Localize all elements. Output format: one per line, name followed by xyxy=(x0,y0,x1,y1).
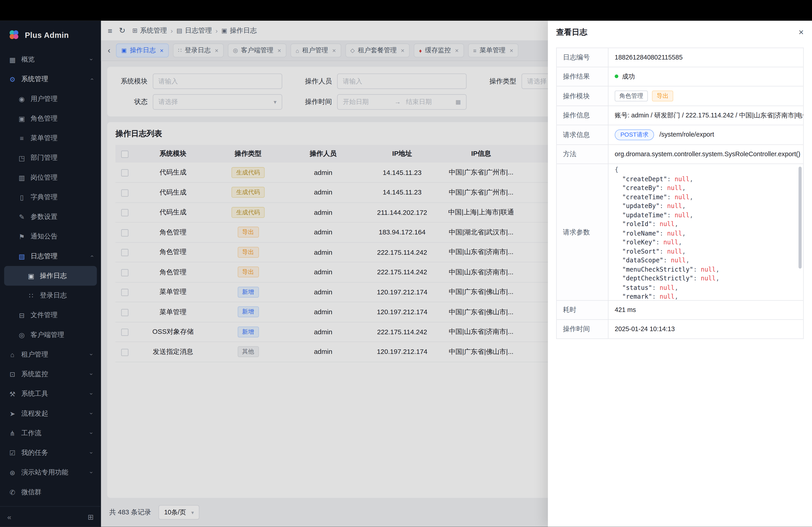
drawer-header: 查看日志 × xyxy=(548,21,812,44)
detail-label: 操作模块 xyxy=(556,86,608,106)
detail-row: 操作时间2025-01-24 10:14:13 xyxy=(556,320,803,339)
drawer-body: 日志编号1882612840802115585操作结果成功操作模块角色管理导出操… xyxy=(548,44,812,347)
drawer-title: 查看日志 xyxy=(556,27,588,37)
module-tag: 导出 xyxy=(652,91,673,102)
detail-row: 方法org.dromara.system.controller.system.S… xyxy=(556,145,803,164)
success-dot-icon xyxy=(615,74,618,78)
detail-value-cell: org.dromara.system.controller.system.Sys… xyxy=(608,145,804,164)
screen: Plus Admin ▦概览›⚙系统管理›◉用户管理▣角色管理≡菜单管理◳部门管… xyxy=(0,0,812,527)
detail-label: 日志编号 xyxy=(556,48,608,67)
log-detail-table: 日志编号1882612840802115585操作结果成功操作模块角色管理导出操… xyxy=(556,48,804,339)
detail-row: 操作模块角色管理导出 xyxy=(556,86,803,106)
detail-value-cell: 2025-01-24 10:14:13 xyxy=(608,320,804,339)
detail-label: 方法 xyxy=(556,145,608,164)
detail-value-cell: 成功 xyxy=(608,67,804,86)
detail-label: 操作结果 xyxy=(556,67,608,86)
request-params-code: { "createDept": null, "createBy": null, … xyxy=(609,164,803,300)
detail-value: 421 ms xyxy=(615,306,636,314)
detail-label: 操作信息 xyxy=(556,106,608,125)
detail-row: 操作结果成功 xyxy=(556,67,803,86)
detail-row: 操作信息账号: admin / 研发部门 / 222.175.114.242 /… xyxy=(556,106,803,125)
detail-value-cell: 421 ms xyxy=(608,300,804,320)
detail-value: 1882612840802115585 xyxy=(615,54,683,61)
detail-value: 账号: admin / 研发部门 / 222.175.114.242 / 中国|… xyxy=(615,111,803,119)
detail-label: 耗时 xyxy=(556,300,608,320)
detail-value-cell: 1882612840802115585 xyxy=(608,48,804,67)
detail-value: org.dromara.system.controller.system.Sys… xyxy=(615,151,800,158)
scrollbar[interactable] xyxy=(798,167,802,298)
scrollbar-thumb[interactable] xyxy=(798,167,802,269)
detail-value-cell: POST请求/system/role/export xyxy=(608,125,804,145)
detail-value-cell: { "createDept": null, "createBy": null, … xyxy=(608,164,804,300)
detail-value: 2025-01-24 10:14:13 xyxy=(615,326,675,333)
detail-label: 请求信息 xyxy=(556,125,608,145)
log-detail-drawer: 查看日志 × 日志编号1882612840802115585操作结果成功操作模块… xyxy=(548,21,812,527)
module-tag: 角色管理 xyxy=(615,91,648,102)
close-icon[interactable]: × xyxy=(798,28,804,36)
detail-value-cell: 角色管理导出 xyxy=(608,86,804,106)
detail-label: 请求参数 xyxy=(556,164,608,300)
http-method-tag: POST请求 xyxy=(615,130,654,140)
app-window: Plus Admin ▦概览›⚙系统管理›◉用户管理▣角色管理≡菜单管理◳部门管… xyxy=(0,21,812,527)
detail-label: 操作时间 xyxy=(556,320,608,339)
detail-value-cell: 账号: admin / 研发部门 / 222.175.114.242 / 中国|… xyxy=(608,106,804,125)
top-black-strip xyxy=(0,0,812,21)
detail-row: 耗时421 ms xyxy=(556,300,803,320)
detail-row: 日志编号1882612840802115585 xyxy=(556,48,803,67)
detail-row: 请求参数{ "createDept": null, "createBy": nu… xyxy=(556,164,803,300)
detail-value: 成功 xyxy=(622,73,635,80)
detail-row: 请求信息POST请求/system/role/export xyxy=(556,125,803,145)
request-url: /system/role/export xyxy=(659,131,714,138)
